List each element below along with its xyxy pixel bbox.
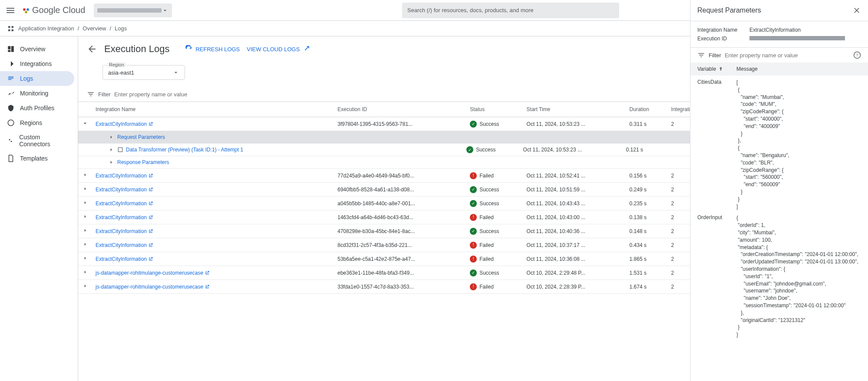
logo[interactable]: Google Cloud bbox=[21, 5, 85, 16]
breadcrumb-overview[interactable]: Overview bbox=[83, 25, 106, 32]
sidebar-item-auth-profiles[interactable]: Auth Profiles bbox=[0, 101, 74, 115]
svg-point-1 bbox=[26, 8, 29, 11]
sidebar-item-integrations[interactable]: Integrations bbox=[0, 56, 74, 71]
success-icon: ✓ bbox=[470, 200, 477, 207]
breadcrumb-logs[interactable]: Logs bbox=[115, 25, 127, 32]
external-link-icon bbox=[148, 215, 153, 220]
status: !Failed bbox=[466, 169, 523, 183]
start-time: Oct 10, 2024, 2:28:39 P... bbox=[523, 280, 626, 294]
integration-name-link[interactable]: ExtractCityInformation bbox=[96, 242, 147, 248]
integration-name-link[interactable]: ExtractCityInformation bbox=[96, 214, 147, 220]
sidebar-item-monitoring[interactable]: Monitoring bbox=[0, 86, 74, 101]
variable-row: OrderInput{ "orderId": 1, "city": "Mumba… bbox=[697, 214, 861, 338]
status: ✓Success bbox=[466, 183, 523, 197]
external-link-icon bbox=[302, 45, 310, 53]
sidebar-item-overview[interactable]: Overview bbox=[0, 42, 74, 56]
success-icon: ✓ bbox=[470, 186, 477, 193]
failed-icon: ! bbox=[470, 242, 477, 249]
sidebar-item-templates[interactable]: Templates bbox=[0, 151, 74, 166]
search-placeholder: Search (/) for resources, docs, products… bbox=[407, 7, 533, 13]
sort-asc-icon bbox=[718, 66, 724, 72]
expand-icon[interactable] bbox=[82, 199, 89, 206]
column-header[interactable]: Status bbox=[466, 102, 523, 117]
start-time: Oct 10, 2024, 2:29:48 P... bbox=[523, 266, 626, 280]
expand-icon[interactable] bbox=[82, 282, 89, 289]
status: !Failed bbox=[466, 210, 523, 224]
column-header[interactable]: Duration bbox=[626, 102, 668, 117]
integration-name-link[interactable]: js-datamapper-rohitmulange-customeruseca… bbox=[96, 270, 203, 276]
region-select[interactable]: Region asia-east1 bbox=[102, 65, 185, 80]
expand-icon[interactable] bbox=[82, 241, 89, 248]
panel-filter[interactable]: Filter ? bbox=[690, 48, 868, 62]
integration-name-link[interactable]: ExtractCityInformation bbox=[96, 173, 147, 179]
external-link-icon bbox=[148, 256, 153, 262]
duration: 0.249 s bbox=[626, 183, 668, 197]
panel-filter-input[interactable] bbox=[725, 52, 850, 59]
execution-id: 77d245a9-a4e0-4649-94a5-bf0... bbox=[334, 169, 466, 183]
success-icon: ✓ bbox=[470, 121, 477, 128]
region-label: Region bbox=[107, 62, 126, 67]
integration-name-link[interactable]: ExtractCityInformation bbox=[96, 228, 147, 234]
integration-name-link[interactable]: ExtractCityInformation bbox=[96, 200, 147, 207]
start-time: Oct 11, 2024, 10:36:08 ... bbox=[523, 252, 626, 266]
external-link-icon bbox=[148, 173, 153, 178]
column-header[interactable]: Start Time bbox=[523, 102, 626, 117]
close-icon[interactable] bbox=[852, 6, 861, 15]
page-title: Execution Logs bbox=[104, 43, 169, 55]
global-search[interactable]: Search (/) for resources, docs, products… bbox=[402, 3, 619, 18]
success-icon: ✓ bbox=[466, 146, 473, 153]
subrow-link[interactable]: Response Parameters bbox=[117, 159, 169, 165]
external-link-icon bbox=[205, 270, 210, 276]
integration-name-link[interactable]: js-datamapper-rohitmulange-customeruseca… bbox=[96, 284, 203, 290]
svg-point-3 bbox=[26, 11, 27, 13]
expand-icon[interactable] bbox=[82, 185, 89, 192]
duration: 0.148 s bbox=[626, 224, 668, 238]
task-icon bbox=[117, 147, 123, 153]
external-link-icon bbox=[148, 243, 153, 248]
expand-icon[interactable] bbox=[82, 213, 89, 220]
expand-icon[interactable] bbox=[108, 159, 115, 166]
view-cloud-logs-button[interactable]: VIEW CLOUD LOGS bbox=[247, 45, 310, 53]
panel-filter-label: Filter bbox=[709, 52, 721, 59]
column-header[interactable]: Integration Name bbox=[92, 102, 334, 117]
sidebar-item-logs[interactable]: Logs bbox=[0, 71, 74, 86]
breadcrumb-app[interactable]: Application Integration bbox=[18, 25, 74, 32]
duration: 0.156 s bbox=[626, 169, 668, 183]
sidebar-item-custom-connectors[interactable]: Custom Connectors bbox=[0, 130, 74, 151]
start-time: Oct 11, 2024, 10:53:23 ... bbox=[523, 117, 626, 131]
start-time: Oct 11, 2024, 10:51:59 ... bbox=[523, 183, 626, 197]
subrow-link[interactable]: Data Transformer (Preview) (Task ID:1) -… bbox=[126, 147, 243, 153]
expand-icon[interactable] bbox=[108, 134, 115, 141]
variable-name: CitiesData bbox=[697, 79, 736, 210]
start-time: Oct 11, 2024, 10:52:41 ... bbox=[523, 169, 626, 183]
duration: 0.235 s bbox=[626, 197, 668, 210]
expand-icon[interactable] bbox=[82, 255, 89, 262]
help-icon[interactable]: ? bbox=[853, 51, 861, 59]
execution-id: ebe363e1-11be-48fa-bfa3-f349... bbox=[334, 266, 466, 280]
variable-column-header[interactable]: Variable bbox=[697, 66, 736, 72]
integration-name-link[interactable]: ExtractCityInformation bbox=[96, 121, 147, 127]
expand-icon[interactable] bbox=[82, 171, 89, 178]
variable-message: [ { "name": "Mumbai", "code": "MUM", "zi… bbox=[736, 79, 861, 210]
project-selector[interactable] bbox=[94, 3, 172, 17]
integration-icon bbox=[7, 25, 15, 33]
duration: 1.674 s bbox=[626, 280, 668, 294]
integration-name-link[interactable]: ExtractCityInformation bbox=[96, 187, 147, 193]
duration: 1.865 s bbox=[626, 252, 668, 266]
integration-name-link[interactable]: ExtractCityInformation bbox=[96, 256, 147, 262]
expand-icon[interactable] bbox=[108, 146, 115, 153]
status: ✓Success bbox=[466, 266, 523, 280]
message-column-header[interactable]: Message bbox=[736, 66, 861, 72]
refresh-logs-button[interactable]: REFRESH LOGS bbox=[185, 45, 240, 53]
expand-icon[interactable] bbox=[82, 269, 89, 276]
column-header[interactable]: Execution ID bbox=[334, 102, 466, 117]
sidebar-item-regions[interactable]: Regions bbox=[0, 115, 74, 130]
external-link-icon bbox=[205, 284, 210, 289]
refresh-icon bbox=[185, 45, 193, 53]
subrow-link[interactable]: Request Parameters bbox=[117, 134, 165, 140]
status: !Failed bbox=[466, 238, 523, 252]
collapse-icon[interactable] bbox=[82, 120, 89, 127]
back-icon[interactable] bbox=[87, 44, 97, 54]
hamburger-icon[interactable] bbox=[5, 5, 16, 16]
expand-icon[interactable] bbox=[82, 227, 89, 234]
